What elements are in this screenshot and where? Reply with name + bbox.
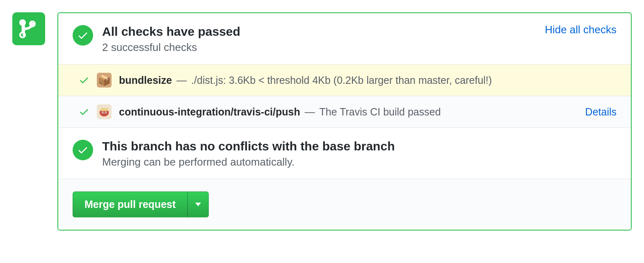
git-merge-icon [19, 19, 39, 39]
merge-panel: All checks have passed 2 successful chec… [57, 12, 632, 231]
travis-avatar [97, 104, 112, 119]
merge-title: This branch has no conflicts with the ba… [102, 138, 617, 154]
merge-footer: Merge pull request [58, 179, 631, 230]
svg-point-8 [105, 112, 106, 113]
check-description: ./dist.js: 3.6Kb < threshold 4Kb (0.2Kb … [191, 74, 492, 86]
checks-summary: All checks have passed 2 successful chec… [58, 13, 631, 65]
merge-button-group: Merge pull request [73, 191, 209, 217]
check-description: The Travis CI build passed [320, 106, 441, 118]
check-text: bundlesize — ./dist.js: 3.6Kb < threshol… [119, 74, 617, 86]
bundlesize-avatar: 📦 [97, 73, 112, 88]
merge-pull-request-button[interactable]: Merge pull request [73, 191, 187, 217]
check-status-icon [79, 75, 89, 85]
svg-rect-4 [100, 108, 108, 111]
check-details-link[interactable]: Details [585, 106, 617, 118]
travis-icon [98, 106, 110, 118]
success-status-icon [73, 140, 93, 160]
merge-badge [12, 12, 45, 45]
checks-subtitle: 2 successful checks [102, 41, 536, 54]
checks-title: All checks have passed [102, 23, 536, 39]
success-status-icon [73, 25, 93, 46]
check-name: continuous-integration/travis-ci/push [119, 106, 300, 118]
check-text: continuous-integration/travis-ci/push — … [119, 106, 578, 118]
check-name: bundlesize [119, 74, 172, 86]
svg-point-7 [102, 112, 103, 113]
check-row: continuous-integration/travis-ci/push — … [58, 96, 631, 128]
check-icon [77, 30, 89, 41]
check-icon [77, 144, 89, 156]
merge-status: This branch has no conflicts with the ba… [58, 128, 631, 179]
check-status-icon [79, 106, 89, 117]
check-icon [79, 75, 89, 85]
merge-subtitle: Merging can be performed automatically. [102, 156, 617, 168]
toggle-checks-link[interactable]: Hide all checks [545, 23, 617, 36]
check-icon [79, 106, 89, 117]
check-row: 📦 bundlesize — ./dist.js: 3.6Kb < thresh… [58, 65, 631, 96]
caret-down-icon [195, 203, 201, 206]
merge-options-dropdown[interactable] [187, 191, 209, 217]
